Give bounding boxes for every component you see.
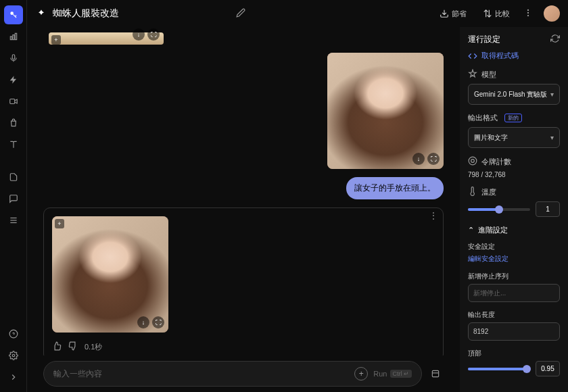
temp-slider[interactable] xyxy=(468,208,530,211)
nav-help-icon[interactable] xyxy=(4,324,23,343)
compare-button[interactable]: 比較 xyxy=(477,6,515,22)
stop-input[interactable] xyxy=(468,284,560,302)
top-value[interactable]: 0.95 xyxy=(536,361,560,376)
nav-video-icon[interactable] xyxy=(4,92,23,111)
svg-rect-1 xyxy=(10,36,11,40)
nav-list-icon[interactable] xyxy=(4,211,23,230)
tokens-value: 798 / 32,768 xyxy=(468,171,560,178)
nav-key-icon[interactable] xyxy=(4,5,23,24)
nav-expand-icon[interactable] xyxy=(4,368,23,387)
message-input[interactable] xyxy=(53,369,349,378)
download-icon[interactable]: ↓ xyxy=(137,316,149,328)
logo-icon xyxy=(35,7,47,20)
chevron-down-icon: ▾ xyxy=(550,90,554,99)
svg-point-10 xyxy=(12,354,15,357)
top-label: 頂部 xyxy=(468,349,560,358)
chevron-up-icon: ⌃ xyxy=(468,226,474,235)
download-icon[interactable]: ↓ xyxy=(133,28,145,41)
header: 蜘蛛人服裝改造 節省 比較 xyxy=(27,0,568,27)
top-slider[interactable] xyxy=(468,368,530,370)
expand-icon[interactable]: ⛶ xyxy=(152,316,164,328)
svg-point-11 xyxy=(527,9,529,10)
message-image-top: + ↓⛶ xyxy=(49,32,164,45)
settings-panel: 運行設定 取得程式碼 模型 Gemini 2.0 Flash 實驗版▾ 輸出格式… xyxy=(460,27,568,392)
more-icon[interactable] xyxy=(521,5,536,22)
model-dropdown[interactable]: Gemini 2.0 Flash 實驗版▾ xyxy=(468,84,560,105)
avatar[interactable] xyxy=(544,5,560,22)
advanced-toggle[interactable]: ⌃進階設定 xyxy=(468,225,560,235)
model-icon xyxy=(468,69,477,80)
response-time: 0.1秒 xyxy=(85,342,102,352)
svg-point-17 xyxy=(471,160,475,163)
svg-rect-4 xyxy=(12,55,15,59)
nav-book-icon[interactable] xyxy=(4,135,23,154)
edit-icon[interactable] xyxy=(236,8,245,20)
thumbs-up-icon[interactable] xyxy=(52,341,62,352)
length-label: 輸出長度 xyxy=(468,310,560,320)
nav-settings-icon[interactable] xyxy=(4,346,23,365)
user-message: 讓女子的手放在頭上。 xyxy=(346,177,444,199)
nav-mic-icon[interactable] xyxy=(4,49,23,68)
tools-icon[interactable] xyxy=(427,366,444,382)
download-icon[interactable]: ↓ xyxy=(412,153,425,165)
svg-rect-3 xyxy=(15,33,16,39)
safety-link[interactable]: 編輯安全設定 xyxy=(468,254,560,264)
nav-doc-icon[interactable] xyxy=(4,168,23,187)
nav-bag-icon[interactable] xyxy=(4,114,23,132)
response-menu-icon[interactable]: ⋮ xyxy=(429,211,437,220)
message-image-right: ↓⛶ xyxy=(327,53,444,169)
thumbs-down-icon[interactable] xyxy=(68,341,78,352)
page-title: 蜘蛛人服裝改造 xyxy=(53,7,231,20)
token-icon xyxy=(468,156,477,167)
input-container: + RunCtrl ↵ xyxy=(43,361,422,387)
nav-chart-icon[interactable] xyxy=(4,27,23,46)
length-input[interactable] xyxy=(468,322,560,341)
svg-point-12 xyxy=(527,11,529,13)
temp-icon xyxy=(468,187,477,197)
chevron-down-icon: ▾ xyxy=(550,133,554,142)
run-button[interactable]: RunCtrl ↵ xyxy=(373,370,412,378)
temp-label: 溫度 xyxy=(481,187,496,197)
nav-chat-icon[interactable] xyxy=(4,189,23,208)
get-code-link[interactable]: 取得程式碼 xyxy=(468,51,560,61)
svg-point-0 xyxy=(10,11,14,15)
refresh-icon[interactable] xyxy=(550,34,560,45)
safety-label: 安全設定 xyxy=(468,242,560,251)
svg-rect-2 xyxy=(12,35,14,40)
svg-rect-14 xyxy=(432,370,438,376)
stop-label: 新增停止序列 xyxy=(468,272,560,281)
model-label: 模型 xyxy=(481,70,496,80)
side-nav xyxy=(0,0,27,392)
expand-icon[interactable]: ⛶ xyxy=(147,28,160,41)
panel-title: 運行設定 xyxy=(468,34,500,45)
new-badge: 新的 xyxy=(504,114,522,122)
add-icon[interactable]: + xyxy=(55,219,64,228)
response-image: + ↓⛶ xyxy=(52,216,168,333)
nav-bolt-icon[interactable] xyxy=(4,70,23,89)
chat-area: + ↓⛶ ↓⛶ 讓女子的手放在頭上。 ⋮ + xyxy=(27,27,460,392)
add-icon[interactable]: + xyxy=(51,35,61,45)
svg-point-16 xyxy=(469,157,477,165)
temp-value[interactable]: 1 xyxy=(536,201,560,217)
attach-icon[interactable]: + xyxy=(354,367,368,381)
output-label: 輸出格式 xyxy=(468,113,498,123)
expand-icon[interactable]: ⛶ xyxy=(427,153,440,165)
svg-rect-5 xyxy=(9,99,14,104)
response-block: ⋮ + ↓⛶ 0.1秒 xyxy=(43,207,444,356)
save-button[interactable]: 節省 xyxy=(434,6,472,22)
svg-point-13 xyxy=(527,14,529,16)
tokens-label: 令牌計數 xyxy=(481,157,511,167)
output-dropdown[interactable]: 圖片和文字▾ xyxy=(468,127,560,148)
